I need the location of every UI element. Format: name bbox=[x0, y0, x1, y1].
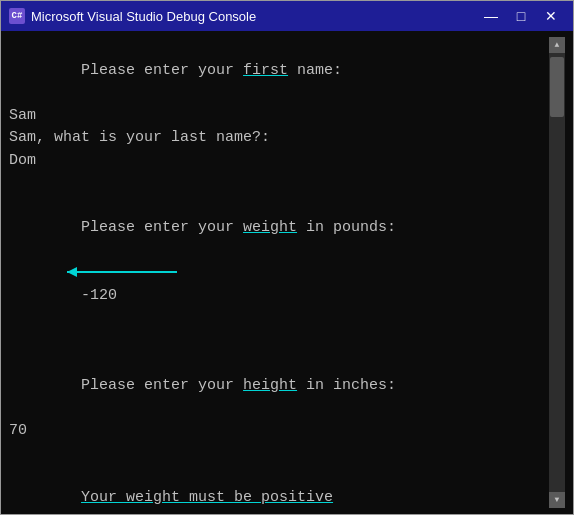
scrollbar-track[interactable] bbox=[549, 53, 565, 492]
arrow-annotation bbox=[47, 258, 207, 286]
console-line: 70 bbox=[9, 420, 549, 443]
window-controls: — □ ✕ bbox=[477, 6, 565, 26]
console-line: Your weight must be positive bbox=[9, 465, 549, 509]
scrollbar[interactable]: ▲ ▼ bbox=[549, 37, 565, 508]
console-line: Dom bbox=[9, 150, 549, 173]
title-bar: C# Microsoft Visual Studio Debug Console… bbox=[1, 1, 573, 31]
console-line: Sam, what is your last name?: bbox=[9, 127, 549, 150]
console-line: Sam bbox=[9, 105, 549, 128]
window-title: Microsoft Visual Studio Debug Console bbox=[31, 9, 477, 24]
svg-marker-0 bbox=[67, 267, 77, 277]
vs-debug-console-window: C# Microsoft Visual Studio Debug Console… bbox=[0, 0, 574, 515]
maximize-button[interactable]: □ bbox=[507, 6, 535, 26]
annotated-word-first: first bbox=[243, 62, 288, 79]
scrollbar-thumb[interactable] bbox=[550, 57, 564, 117]
console-line: Please enter your height in inches: bbox=[9, 352, 549, 420]
console-line: Please enter your weight in pounds: bbox=[9, 195, 549, 263]
close-button[interactable]: ✕ bbox=[537, 6, 565, 26]
console-area: Please enter your first name: Sam Sam, w… bbox=[1, 31, 573, 514]
console-line: Please enter your first name: bbox=[9, 37, 549, 105]
scroll-up-button[interactable]: ▲ bbox=[549, 37, 565, 53]
annotated-phrase-weight-positive: Your weight must be positive bbox=[81, 489, 333, 506]
app-icon: C# bbox=[9, 8, 25, 24]
scroll-down-button[interactable]: ▼ bbox=[549, 492, 565, 508]
console-output: Please enter your first name: Sam Sam, w… bbox=[9, 37, 549, 508]
annotated-word-weight: weight bbox=[243, 219, 297, 236]
annotated-word-height: height bbox=[243, 377, 297, 394]
console-line bbox=[9, 172, 549, 195]
minimize-button[interactable]: — bbox=[477, 6, 505, 26]
console-line: -120 bbox=[9, 262, 549, 352]
console-line bbox=[9, 442, 549, 465]
